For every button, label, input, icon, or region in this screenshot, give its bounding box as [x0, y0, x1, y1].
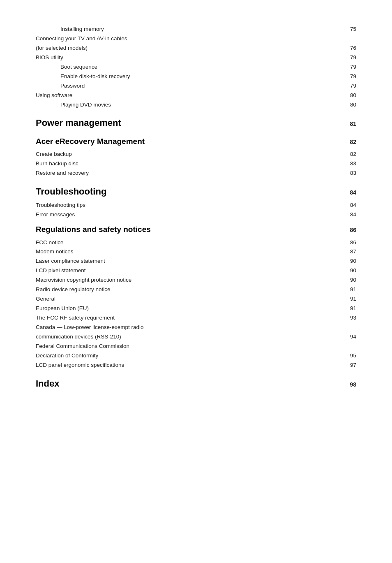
- toc-label: Regulations and safety notices: [36, 223, 340, 236]
- toc-row: Password79: [36, 81, 356, 91]
- toc-page: 83: [340, 169, 356, 178]
- toc-row: Troubleshooting tips84: [36, 201, 356, 210]
- toc-row: Restore and recovery83: [36, 169, 356, 178]
- toc-page: 80: [340, 100, 356, 110]
- toc-page: 86: [340, 225, 356, 235]
- toc-page: 91: [340, 304, 356, 313]
- toc-page: 80: [340, 91, 356, 100]
- toc-row: Acer eRecovery Management82: [36, 133, 356, 149]
- toc-row: LCD panel ergonomic specifications97: [36, 361, 356, 370]
- toc-page: 79: [340, 72, 356, 81]
- toc-page: 79: [340, 81, 356, 91]
- toc-label: Laser compliance statement: [36, 257, 340, 266]
- toc-row: General91: [36, 294, 356, 304]
- toc-label: Modem notices: [36, 247, 340, 257]
- toc-row: Modem notices87: [36, 247, 356, 257]
- toc-label: BIOS utility: [36, 53, 340, 63]
- toc-row: Declaration of Conformity95: [36, 351, 356, 361]
- toc-row: Using software80: [36, 91, 356, 100]
- toc-label: Password: [36, 81, 340, 91]
- toc-row: Connecting your TV and AV-in cables: [36, 34, 356, 44]
- toc-row: Installing memory75: [36, 25, 356, 34]
- toc-page: 84: [340, 188, 356, 198]
- toc-label: LCD pixel statement: [36, 266, 340, 276]
- toc-row: Boot sequence79: [36, 63, 356, 72]
- toc-row: BIOS utility79: [36, 53, 356, 63]
- toc-label: Burn backup disc: [36, 159, 340, 169]
- toc-row: Troubleshooting84: [36, 181, 356, 200]
- toc-label: Error messages: [36, 210, 340, 220]
- toc-page: 94: [340, 332, 356, 342]
- toc-label: Acer eRecovery Management: [36, 135, 340, 148]
- toc-page: 84: [340, 201, 356, 210]
- toc-page: 86: [340, 238, 356, 248]
- toc-label: Using software: [36, 91, 340, 100]
- toc-page: 76: [340, 44, 356, 53]
- toc-row: (for selected models)76: [36, 44, 356, 53]
- toc-page: 90: [340, 276, 356, 285]
- toc-page: 90: [340, 266, 356, 276]
- toc-row: Index98: [36, 373, 356, 392]
- toc-row: Playing DVD movies80: [36, 100, 356, 110]
- toc-label: Create backup: [36, 150, 340, 159]
- toc-label: Playing DVD movies: [36, 100, 340, 110]
- toc-label: Installing memory: [36, 25, 340, 34]
- toc-row: LCD pixel statement90: [36, 266, 356, 276]
- toc-row: FCC notice86: [36, 238, 356, 248]
- toc-page: 95: [340, 351, 356, 361]
- toc-page: 79: [340, 63, 356, 72]
- toc-label: General: [36, 294, 340, 304]
- toc-row: Burn backup disc83: [36, 159, 356, 169]
- toc-label: Macrovision copyright protection notice: [36, 276, 340, 285]
- toc-row: communication devices (RSS-210)94: [36, 332, 356, 342]
- toc-label: Radio device regulatory notice: [36, 285, 340, 294]
- toc-page: 87: [340, 247, 356, 257]
- toc-container: Installing memory75Connecting your TV an…: [36, 16, 356, 392]
- toc-page: 91: [340, 294, 356, 304]
- toc-label: Troubleshooting: [36, 184, 340, 199]
- toc-page: 84: [340, 210, 356, 220]
- toc-label: Power management: [36, 115, 340, 130]
- toc-row: European Union (EU)91: [36, 304, 356, 313]
- toc-row: Radio device regulatory notice91: [36, 285, 356, 294]
- toc-row: Enable disk-to-disk recovery79: [36, 72, 356, 81]
- toc-row: Federal Communications Commission: [36, 342, 356, 351]
- toc-label: FCC notice: [36, 238, 340, 248]
- toc-row: Macrovision copyright protection notice9…: [36, 276, 356, 285]
- toc-page: 83: [340, 159, 356, 169]
- toc-page: 82: [340, 137, 356, 147]
- toc-label: Troubleshooting tips: [36, 201, 340, 210]
- toc-label: Restore and recovery: [36, 169, 340, 178]
- toc-page: 98: [340, 380, 356, 390]
- toc-page: 93: [340, 313, 356, 323]
- toc-page: 90: [340, 257, 356, 266]
- toc-row: Canada — Low-power license-exempt radio: [36, 323, 356, 332]
- toc-page: 91: [340, 285, 356, 294]
- toc-label: Index: [36, 376, 340, 391]
- toc-row: Create backup82: [36, 150, 356, 159]
- toc-page: 75: [340, 25, 356, 34]
- toc-page: 79: [340, 53, 356, 63]
- toc-label: Boot sequence: [36, 63, 340, 72]
- toc-page: 97: [340, 361, 356, 370]
- toc-label: LCD panel ergonomic specifications: [36, 361, 340, 370]
- toc-label: European Union (EU): [36, 304, 340, 313]
- toc-label: The FCC RF safety requirement: [36, 313, 340, 323]
- toc-row: Error messages84: [36, 210, 356, 220]
- toc-row: Power management81: [36, 113, 356, 131]
- toc-label: Declaration of Conformity: [36, 351, 340, 361]
- toc-label: Federal Communications Commission: [36, 342, 340, 351]
- toc-label: communication devices (RSS-210): [36, 332, 340, 342]
- toc-label: (for selected models): [36, 44, 340, 53]
- toc-page: 81: [340, 119, 356, 129]
- toc-row: The FCC RF safety requirement93: [36, 313, 356, 323]
- toc-label: Connecting your TV and AV-in cables: [36, 34, 340, 44]
- toc-label: Canada — Low-power license-exempt radio: [36, 323, 340, 332]
- toc-page: 82: [340, 150, 356, 159]
- toc-label: Enable disk-to-disk recovery: [36, 72, 340, 81]
- toc-row: Regulations and safety notices86: [36, 221, 356, 237]
- toc-row: Laser compliance statement90: [36, 257, 356, 266]
